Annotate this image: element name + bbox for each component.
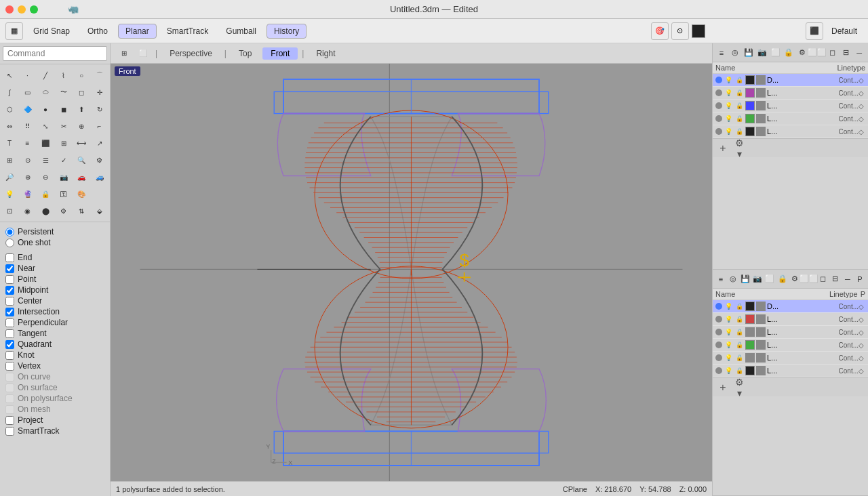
point-tool[interactable]: · xyxy=(20,67,36,83)
layer-b-icon6[interactable]: 🔒 xyxy=(776,272,787,287)
camera-view-tool[interactable]: 📷 xyxy=(56,169,72,185)
magnify-tool[interactable]: ⊖ xyxy=(37,169,54,185)
tangent-checkbox[interactable] xyxy=(5,329,14,338)
layer-row[interactable]: 💡 🔒 L... Cont...◇ xyxy=(713,326,868,339)
distribute-tool[interactable]: ⇅ xyxy=(73,203,90,219)
add-layer-button[interactable]: + xyxy=(715,141,730,156)
project-label[interactable]: Project xyxy=(18,415,43,425)
midpoint-label[interactable]: Midpoint xyxy=(18,285,48,295)
layer-row[interactable]: 💡 🔒 L... Cont...◇ xyxy=(713,352,868,365)
color-tool[interactable]: 🎨 xyxy=(73,186,90,202)
line-tool[interactable]: ╱ xyxy=(37,67,54,83)
layer-view-icon[interactable]: ◻ xyxy=(826,45,838,60)
intersection-label[interactable]: Intersection xyxy=(18,307,60,316)
lights-tool[interactable]: 💡 xyxy=(1,186,18,202)
extrude-tool[interactable]: ⬆ xyxy=(73,101,90,117)
perpendicular-checkbox[interactable] xyxy=(5,318,14,327)
camera-button[interactable]: ⊙ xyxy=(671,22,689,40)
perpendicular-label[interactable]: Perpendicular xyxy=(18,318,68,327)
select-tool[interactable]: ↖ xyxy=(1,67,18,83)
layer-print-icon[interactable]: ⊟ xyxy=(840,45,852,60)
polyline-tool[interactable]: ⌇ xyxy=(56,67,72,83)
intersection-checkbox[interactable] xyxy=(5,308,14,316)
planar-button[interactable]: Planar xyxy=(118,24,157,39)
layer-gear2-icon[interactable]: ⚙ xyxy=(796,45,808,60)
gear-tool[interactable]: ⚙ xyxy=(56,203,72,219)
freeform-tool[interactable]: 〜 xyxy=(56,84,72,100)
layer-settings-button-b[interactable]: ⚙ ▾ xyxy=(732,380,747,395)
layer-b-icon10[interactable]: ⊟ xyxy=(830,272,841,287)
point-checkbox[interactable] xyxy=(5,275,14,284)
layer-filter-icon[interactable]: ◎ xyxy=(729,45,741,60)
layer-row[interactable]: 💡 🔒 L... Cont...◇ xyxy=(713,125,868,138)
layer-b-icon8[interactable]: ⬜⬜ xyxy=(802,272,816,287)
array-tool[interactable]: ⠿ xyxy=(20,118,36,134)
unlock-tool[interactable]: ⚿ xyxy=(56,186,72,202)
quadrant-label[interactable]: Quadrant xyxy=(18,339,52,349)
scale-tool[interactable]: ⤡ xyxy=(37,118,54,134)
vertex-checkbox[interactable] xyxy=(5,362,14,371)
snap-tool[interactable]: ⊙ xyxy=(20,152,36,168)
arc-tool[interactable]: ⌒ xyxy=(92,67,108,83)
layer-row[interactable]: 💡 🔒 L... Cont...◇ xyxy=(713,339,868,352)
layer-b-icon2[interactable]: ◎ xyxy=(728,272,738,287)
surface-tool[interactable]: ◻ xyxy=(73,84,90,100)
quadrant-checkbox[interactable] xyxy=(5,340,14,349)
tangent-label[interactable]: Tangent xyxy=(18,329,47,338)
sphere-tool[interactable]: ● xyxy=(37,101,54,117)
layer-settings-button[interactable]: ⚙ ▾ xyxy=(732,141,747,156)
gumball-button[interactable]: Gumball xyxy=(218,24,264,39)
layers-tool[interactable]: ☰ xyxy=(37,152,54,168)
command-input[interactable] xyxy=(3,46,107,61)
point-label[interactable]: Point xyxy=(18,274,36,284)
trim-tool[interactable]: ✂ xyxy=(56,118,72,134)
add-layer-button-b[interactable]: + xyxy=(715,380,730,395)
close-button[interactable] xyxy=(5,5,14,14)
end-label[interactable]: End xyxy=(18,253,32,262)
boolean-tool[interactable]: ⊕ xyxy=(73,118,90,134)
layer-b-icon3[interactable]: 💾 xyxy=(740,272,751,287)
perspective-view-button[interactable]: ⬛ xyxy=(806,22,823,40)
layer-row[interactable]: 💡 🔒 L... Cont...◇ xyxy=(713,365,868,377)
polygon-tool[interactable]: ⬡ xyxy=(1,101,18,117)
sidebar-toggle-button[interactable]: ▦ xyxy=(5,22,23,40)
near-checkbox[interactable] xyxy=(5,264,14,273)
circle-tool[interactable]: ○ xyxy=(73,67,90,83)
history-button[interactable]: History xyxy=(267,24,307,39)
end-checkbox[interactable] xyxy=(5,253,14,262)
check-tool[interactable]: ✓ xyxy=(56,152,72,168)
material-tool[interactable]: 🔮 xyxy=(20,186,36,202)
layer-row[interactable]: 💡 🔒 D... Cont...◇ xyxy=(713,300,868,313)
layer-b-icon7[interactable]: ⚙ xyxy=(789,272,800,287)
minimize-button[interactable] xyxy=(18,5,26,14)
move-tool[interactable]: ✛ xyxy=(92,84,108,100)
viewport-canvas[interactable]: Front xyxy=(111,64,712,481)
layer-row[interactable]: 💡 🔒 L... Cont...◇ xyxy=(713,100,868,112)
smarttrack-button[interactable]: SmartTrack xyxy=(159,24,216,39)
viewport-layout-icon[interactable]: ⊞ xyxy=(116,45,132,62)
lock-tool[interactable]: 🔒 xyxy=(37,186,54,202)
center-checkbox[interactable] xyxy=(5,297,14,306)
zoom-tool[interactable]: 🔍 xyxy=(73,152,90,168)
zoom-target-button[interactable]: 🎯 xyxy=(651,22,669,40)
one-shot-label[interactable]: One shot xyxy=(18,238,51,247)
rectangle-tool[interactable]: ▭ xyxy=(20,84,36,100)
one-shot-radio[interactable] xyxy=(5,239,14,247)
box-tool[interactable]: ◼ xyxy=(56,101,72,117)
project-checkbox[interactable] xyxy=(5,416,14,425)
window-controls[interactable] xyxy=(5,5,38,14)
sphere2-tool[interactable]: ⬤ xyxy=(37,203,54,219)
center-label[interactable]: Center xyxy=(18,296,42,306)
layer-row[interactable]: 💡 🔒 D... Cont...◇ xyxy=(713,74,868,87)
top-tab[interactable]: Top xyxy=(231,47,260,60)
grid-tool[interactable]: ⊞ xyxy=(1,152,18,168)
ortho-button[interactable]: Ortho xyxy=(80,24,115,39)
smarttrack-snap-label[interactable]: SmartTrack xyxy=(18,426,60,436)
ellipse-tool[interactable]: ⬭ xyxy=(37,84,54,100)
cage-tool[interactable]: ⊞ xyxy=(56,135,72,151)
right-tab[interactable]: Right xyxy=(308,47,343,60)
fillet-tool[interactable]: ⌐ xyxy=(92,118,108,134)
near-label[interactable]: Near xyxy=(18,264,35,273)
block-tool[interactable]: ⬛ xyxy=(37,135,54,151)
viewport-tool[interactable]: ◉ xyxy=(20,203,36,219)
